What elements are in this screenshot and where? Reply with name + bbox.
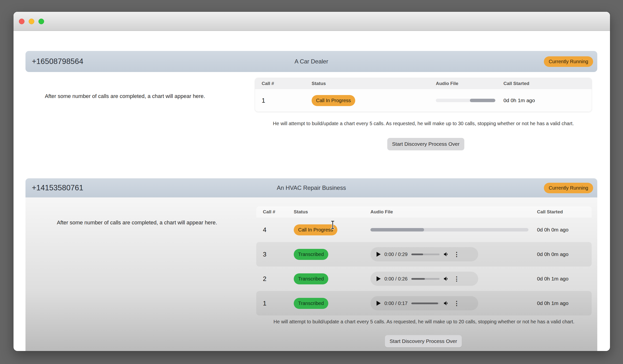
volume-icon[interactable] [443, 276, 449, 282]
calls-table: Call # Status Audio File Call Started 1 … [255, 78, 592, 112]
col-header-status: Status [294, 209, 370, 214]
table-row: 3 Transcribed 0:00 / 0:29 [256, 242, 592, 266]
table-row: 1 Call In Progress 0d 0h 1m ago [255, 89, 592, 112]
chart-placeholder-text: After some number of calls are completed… [40, 219, 234, 226]
table-header-row: Call # Status Audio File Call Started [256, 206, 592, 217]
call-number: 1 [263, 300, 294, 307]
col-header-started: Call Started [503, 81, 592, 86]
zoom-window-button[interactable] [39, 19, 44, 24]
seek-bar[interactable] [411, 302, 440, 304]
call-number: 1 [262, 97, 312, 104]
status-badge: Transcribed [294, 273, 328, 284]
audio-player[interactable]: 0:00 / 0:26 ⋮ [370, 272, 478, 286]
app-window: +16508798564 A Car Dealer Currently Runn… [14, 12, 610, 351]
overflow-menu-icon[interactable]: ⋮ [453, 300, 460, 306]
col-header-started: Call Started [537, 209, 592, 214]
audio-player[interactable]: 0:00 / 0:29 ⋮ [370, 247, 478, 261]
status-badge-running: Currently Running [544, 56, 593, 67]
col-header-audio: Audio File [370, 209, 537, 214]
traffic-lights [19, 19, 44, 24]
call-number: 4 [263, 226, 294, 234]
panel-hvac: +14153580761 An HVAC Repair Business Cur… [25, 178, 597, 351]
panel-header-car-dealer: +16508798564 A Car Dealer Currently Runn… [25, 51, 597, 72]
minimize-window-button[interactable] [29, 19, 34, 24]
status-badge: Transcribed [294, 298, 328, 309]
call-started-value: 0d 0h 0m ago [537, 251, 592, 257]
seek-fill [411, 254, 423, 255]
start-discovery-over-button[interactable]: Start Discovery Process Over [385, 335, 462, 347]
col-header-call: Call # [262, 81, 312, 86]
calls-table: Call # Status Audio File Call Started 4 … [256, 206, 592, 316]
col-header-call: Call # [263, 209, 294, 214]
table-row: 4 Call In Progress 0d 0h 0m ago [256, 217, 592, 242]
table-row: 2 Transcribed 0:00 / 0:26 [256, 266, 592, 291]
play-icon[interactable] [376, 276, 381, 281]
call-started-value: 0d 0h 0m ago [537, 227, 592, 233]
seek-bar[interactable] [411, 278, 440, 280]
audio-time: 0:00 / 0:29 [384, 252, 408, 257]
status-badge: Call In Progress [294, 224, 337, 236]
col-header-status: Status [312, 81, 436, 86]
loading-bar-fill [470, 99, 495, 102]
business-title: An HVAC Repair Business [277, 184, 346, 191]
table-header-row: Call # Status Audio File Call Started [255, 78, 592, 89]
phone-number: +16508798564 [32, 57, 83, 66]
start-discovery-over-button[interactable]: Start Discovery Process Over [387, 138, 464, 150]
loading-bar-fill [370, 228, 424, 232]
call-started-value: 0d 0h 1m ago [537, 300, 592, 306]
status-badge: Transcribed [294, 249, 328, 260]
audio-time: 0:00 / 0:26 [384, 276, 408, 282]
audio-loading-bar [370, 228, 528, 232]
discovery-note: He will attempt to build/update a chart … [255, 121, 592, 126]
audio-time: 0:00 / 0:17 [384, 300, 408, 306]
overflow-menu-icon[interactable]: ⋮ [453, 251, 460, 257]
chart-placeholder-text: After some number of calls are completed… [28, 93, 222, 100]
call-started-value: 0d 0h 1m ago [503, 98, 592, 103]
window-titlebar [14, 12, 610, 31]
phone-number: +14153580761 [32, 183, 83, 192]
volume-icon[interactable] [443, 251, 449, 257]
panel-body: After some number of calls are completed… [25, 197, 597, 351]
call-number: 2 [263, 275, 294, 283]
panel-header-hvac: +14153580761 An HVAC Repair Business Cur… [25, 178, 597, 197]
col-header-audio: Audio File [436, 81, 503, 86]
volume-icon[interactable] [443, 300, 449, 306]
close-window-button[interactable] [19, 19, 24, 24]
play-icon[interactable] [376, 252, 381, 257]
status-badge: Call In Progress [312, 95, 355, 106]
play-icon[interactable] [376, 301, 381, 306]
overflow-menu-icon[interactable]: ⋮ [453, 276, 460, 282]
business-title: A Car Dealer [294, 58, 328, 65]
seek-bar[interactable] [411, 254, 440, 255]
table-row: 1 Transcribed 0:00 / 0:17 [256, 291, 592, 316]
status-badge-running: Currently Running [544, 183, 593, 193]
call-started-value: 0d 0h 1m ago [537, 276, 592, 282]
call-number: 3 [263, 251, 294, 258]
seek-fill [411, 302, 438, 304]
seek-fill [411, 278, 425, 280]
audio-loading-bar [436, 99, 495, 102]
discovery-note: He will attempt to build/update a chart … [256, 319, 592, 324]
audio-player[interactable]: 0:00 / 0:17 ⋮ [370, 296, 478, 310]
